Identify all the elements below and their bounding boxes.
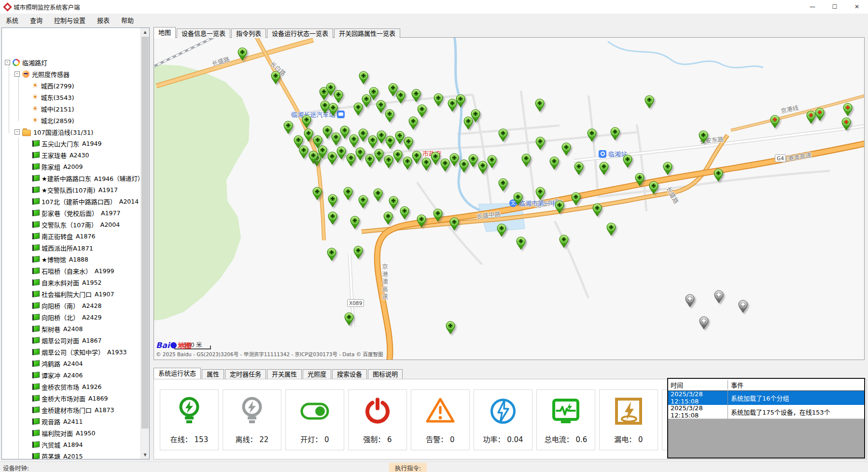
device-pin-offline[interactable]	[699, 316, 709, 330]
device-pin-online[interactable]	[302, 115, 311, 128]
tree-item-device[interactable]: 彭家巷（党校后面）A1977	[24, 207, 120, 219]
device-pin-online[interactable]	[304, 128, 313, 142]
device-pin-online[interactable]	[498, 178, 508, 192]
event-log-row[interactable]: 2025/3/28 12:15:08系统加载了175个设备，在线153个	[668, 405, 864, 419]
tree-item-device[interactable]: ★博物馆A1888	[24, 253, 88, 265]
device-pin-online[interactable]	[459, 159, 469, 173]
tree-group-sensors[interactable]: -光照度传感器	[14, 68, 70, 80]
device-pin-online[interactable]	[644, 95, 654, 109]
device-pin-online[interactable]	[433, 208, 443, 222]
tree-item-device[interactable]: 汽贸城A1894	[24, 439, 83, 450]
device-pin-online[interactable]	[340, 125, 350, 139]
device-pin-online[interactable]	[587, 128, 597, 142]
tree-item-device[interactable]: 金桥建材市场门口A1873	[24, 404, 114, 416]
device-pin-online[interactable]	[421, 157, 431, 171]
device-pin-online[interactable]	[417, 104, 427, 118]
device-pin-online[interactable]	[395, 131, 405, 144]
device-pin-forced[interactable]	[815, 108, 825, 121]
scroll-down-icon[interactable]: ▼	[141, 451, 149, 459]
column-event[interactable]: 事件	[728, 380, 743, 389]
device-pin-online[interactable]	[385, 109, 394, 123]
device-pin-online[interactable]	[373, 188, 383, 202]
tree-item-device[interactable]: 向阳桥（北）A2429	[24, 311, 101, 323]
tree-item-device[interactable]: 南正街转盘A1876	[24, 230, 95, 242]
device-pin-online[interactable]	[349, 134, 359, 148]
scroll-up-icon[interactable]: ▲	[141, 28, 149, 36]
device-pin-forced[interactable]	[806, 111, 816, 124]
scrollbar-thumb[interactable]	[141, 37, 149, 429]
column-time[interactable]: 时间	[668, 380, 728, 389]
device-pin-online[interactable]	[238, 47, 247, 61]
event-log-table[interactable]: 时间 事件 2025/3/28 12:15:08系统加载了16个分组2025/3…	[667, 378, 865, 458]
device-pin-online[interactable]	[322, 125, 332, 139]
device-pin-online[interactable]	[396, 90, 406, 104]
device-pin-offline[interactable]	[738, 300, 748, 313]
tree-item-device[interactable]: 金桥农贸市场A1926	[24, 381, 101, 392]
device-pin-online[interactable]	[377, 130, 386, 144]
tree-item-sensor[interactable]: ☀城东(3543)	[24, 91, 74, 103]
tab-device-status-list[interactable]: 设备运行状态一览表	[267, 28, 333, 38]
device-pin-online[interactable]	[369, 87, 378, 100]
tree-item-device[interactable]: 社会福利院大门口A1907	[24, 288, 114, 300]
device-pin-online[interactable]	[513, 192, 523, 206]
tree-item-device[interactable]: 自来水斜对面A1952	[24, 277, 101, 288]
device-pin-online[interactable]	[449, 153, 459, 167]
device-pin-online[interactable]	[663, 162, 672, 175]
device-pin-online[interactable]	[456, 94, 465, 108]
device-pin-online[interactable]	[555, 200, 564, 214]
device-pin-online[interactable]	[334, 90, 343, 103]
device-pin-online[interactable]	[358, 195, 368, 208]
device-pin-online[interactable]	[714, 168, 723, 182]
device-pin-online[interactable]	[383, 211, 393, 225]
device-pin-online[interactable]	[521, 153, 531, 167]
device-pin-online[interactable]	[365, 154, 375, 167]
device-pin-online[interactable]	[431, 152, 440, 165]
device-pin-online[interactable]	[271, 71, 280, 84]
device-pin-online[interactable]	[561, 142, 571, 156]
device-pin-online[interactable]	[385, 136, 395, 149]
device-pin-online[interactable]	[635, 173, 644, 186]
tree-item-sensor[interactable]: ☀城北(2859)	[24, 114, 74, 126]
close-button[interactable]: ✕	[846, 0, 868, 14]
tree-item-device[interactable]: 金桥大市场对面A1869	[24, 392, 108, 404]
tree-item-sensor[interactable]: ☀城中(2151)	[24, 103, 74, 114]
device-pin-online[interactable]	[336, 146, 346, 160]
tree-item-device[interactable]: 观音路A2411	[24, 416, 83, 427]
tab-properties[interactable]: 属性	[202, 369, 224, 379]
menu-control-settings[interactable]: 控制与设置	[48, 15, 91, 25]
device-pin-online[interactable]	[535, 187, 545, 200]
device-pin-online[interactable]	[389, 196, 398, 209]
device-pin-online[interactable]	[408, 116, 418, 130]
device-pin-offline[interactable]	[714, 290, 724, 304]
device-pin-forced[interactable]	[843, 103, 853, 116]
device-pin-online[interactable]	[327, 248, 336, 261]
tree-item-sensor[interactable]: ☀城西(2799)	[24, 80, 74, 91]
tree-item-device[interactable]: 王家珑巷A2430	[24, 149, 89, 161]
device-pin-online[interactable]	[312, 187, 322, 200]
tree-item-device[interactable]: ★交警队西(107南)A1917	[24, 184, 118, 195]
tree-item-device[interactable]: 交警队东（107南）A2004	[24, 219, 120, 230]
device-pin-online[interactable]	[592, 203, 602, 217]
device-pin-online[interactable]	[355, 147, 365, 161]
tree-item-device[interactable]: 石咀桥（自来水）A1999	[24, 265, 114, 277]
device-pin-online[interactable]	[404, 137, 413, 150]
event-log-row[interactable]: 2025/3/28 12:15:08系统加载了16个分组	[668, 391, 864, 405]
menu-help[interactable]: 帮助	[115, 15, 140, 25]
tab-command-list[interactable]: 指令列表	[231, 28, 266, 38]
device-pin-online[interactable]	[353, 246, 363, 259]
device-pin-online[interactable]	[535, 98, 545, 112]
tree-item-device[interactable]: 五尖山大门东A1949	[24, 138, 101, 149]
device-pin-online[interactable]	[328, 194, 337, 208]
device-pin-offline[interactable]	[685, 294, 695, 307]
menu-system[interactable]: 系统	[0, 15, 24, 25]
device-pin-online[interactable]	[468, 154, 478, 167]
device-pin-online[interactable]	[549, 156, 559, 170]
device-pin-online[interactable]	[384, 155, 393, 168]
device-pin-online[interactable]	[559, 235, 569, 248]
device-pin-online[interactable]	[516, 236, 526, 250]
tree-item-device[interactable]: 芭茅塘A2015	[24, 450, 83, 459]
tab-switch-circuit-list[interactable]: 开关回路属性一览表	[334, 28, 400, 38]
device-pin-forced[interactable]	[770, 115, 780, 128]
tree-group-road107[interactable]: -107国道沿线(31/31)	[14, 126, 93, 138]
tab-switch-properties[interactable]: 开关属性	[267, 369, 302, 379]
